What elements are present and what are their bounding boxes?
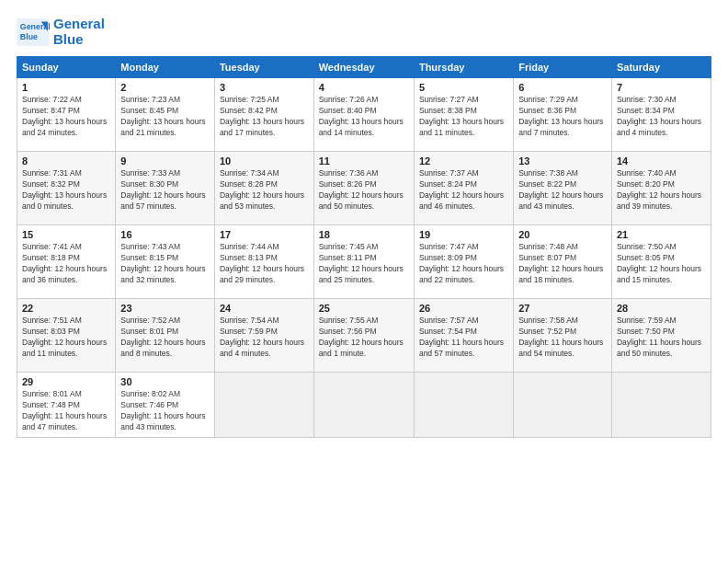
- calendar-cell: 28 Sunrise: 7:59 AMSunset: 7:50 PMDaylig…: [611, 299, 711, 373]
- day-info: Sunrise: 7:47 AMSunset: 8:09 PMDaylight:…: [419, 242, 508, 286]
- day-number: 23: [120, 303, 210, 314]
- day-info: Sunrise: 7:25 AMSunset: 8:42 PMDaylight:…: [220, 95, 309, 139]
- calendar-cell: 24 Sunrise: 7:54 AMSunset: 7:59 PMDaylig…: [214, 299, 313, 373]
- day-number: 16: [120, 229, 210, 240]
- header-sunday: Sunday: [17, 57, 116, 78]
- calendar-cell: 22 Sunrise: 7:51 AMSunset: 8:03 PMDaylig…: [17, 299, 116, 373]
- day-info: Sunrise: 7:34 AMSunset: 8:28 PMDaylight:…: [220, 168, 309, 213]
- day-info: Sunrise: 7:44 AMSunset: 8:13 PMDaylight:…: [220, 242, 309, 286]
- day-info: Sunrise: 8:02 AMSunset: 7:46 PMDaylight:…: [120, 389, 210, 433]
- day-info: Sunrise: 7:55 AMSunset: 7:56 PMDaylight:…: [319, 316, 409, 360]
- calendar-cell: 2 Sunrise: 7:23 AMSunset: 8:45 PMDayligh…: [116, 78, 215, 152]
- day-info: Sunrise: 7:50 AMSunset: 8:05 PMDaylight:…: [617, 242, 706, 286]
- day-number: 21: [617, 229, 706, 240]
- calendar-cell: 26 Sunrise: 7:57 AMSunset: 7:54 PMDaylig…: [414, 299, 513, 373]
- day-number: 15: [22, 229, 110, 240]
- page: General Blue GeneralBlue Sunday Monday T…: [0, 0, 728, 563]
- day-info: Sunrise: 7:33 AMSunset: 8:30 PMDaylight:…: [120, 168, 210, 213]
- svg-text:Blue: Blue: [20, 31, 38, 40]
- calendar-cell: 23 Sunrise: 7:52 AMSunset: 8:01 PMDaylig…: [116, 299, 215, 373]
- calendar-cell: 29 Sunrise: 8:01 AMSunset: 7:48 PMDaylig…: [17, 373, 116, 438]
- day-number: 8: [22, 155, 110, 167]
- day-number: 17: [220, 229, 309, 240]
- day-info: Sunrise: 7:58 AMSunset: 7:52 PMDaylight:…: [518, 316, 607, 360]
- day-info: Sunrise: 7:30 AMSunset: 8:34 PMDaylight:…: [617, 95, 706, 139]
- day-info: Sunrise: 7:54 AMSunset: 7:59 PMDaylight:…: [220, 316, 309, 360]
- calendar-cell: 18 Sunrise: 7:45 AMSunset: 8:11 PMDaylig…: [313, 225, 414, 299]
- calendar-cell: 17 Sunrise: 7:44 AMSunset: 8:13 PMDaylig…: [214, 225, 313, 299]
- day-info: Sunrise: 7:41 AMSunset: 8:18 PMDaylight:…: [22, 242, 110, 286]
- day-number: 6: [518, 82, 607, 93]
- day-info: Sunrise: 7:31 AMSunset: 8:32 PMDaylight:…: [22, 168, 110, 213]
- day-info: Sunrise: 7:26 AMSunset: 8:40 PMDaylight:…: [319, 95, 409, 139]
- day-info: Sunrise: 7:57 AMSunset: 7:54 PMDaylight:…: [419, 316, 508, 360]
- calendar-cell: [214, 373, 313, 438]
- day-info: Sunrise: 7:45 AMSunset: 8:11 PMDaylight:…: [319, 242, 409, 286]
- day-info: Sunrise: 7:40 AMSunset: 8:20 PMDaylight:…: [617, 168, 706, 213]
- day-number: 14: [617, 155, 706, 167]
- day-info: Sunrise: 8:01 AMSunset: 7:48 PMDaylight:…: [22, 389, 110, 433]
- day-number: 3: [220, 82, 309, 93]
- day-info: Sunrise: 7:52 AMSunset: 8:01 PMDaylight:…: [120, 316, 210, 360]
- calendar-cell: [313, 373, 414, 438]
- day-number: 2: [120, 82, 210, 93]
- calendar-cell: [611, 373, 711, 438]
- header-monday: Monday: [116, 57, 215, 78]
- day-number: 13: [518, 155, 607, 167]
- day-number: 18: [319, 229, 409, 240]
- logo-icon: General Blue: [17, 18, 50, 46]
- calendar-cell: 21 Sunrise: 7:50 AMSunset: 8:05 PMDaylig…: [611, 225, 711, 299]
- day-number: 5: [419, 82, 508, 93]
- weekday-header-row: Sunday Monday Tuesday Wednesday Thursday…: [17, 57, 711, 78]
- day-info: Sunrise: 7:27 AMSunset: 8:38 PMDaylight:…: [419, 95, 508, 139]
- day-number: 1: [22, 82, 110, 93]
- day-number: 19: [419, 229, 508, 240]
- calendar-cell: 3 Sunrise: 7:25 AMSunset: 8:42 PMDayligh…: [214, 78, 313, 152]
- day-number: 22: [22, 303, 110, 314]
- day-number: 26: [419, 303, 508, 314]
- day-number: 28: [617, 303, 706, 314]
- header-friday: Friday: [514, 57, 612, 78]
- calendar-cell: 14 Sunrise: 7:40 AMSunset: 8:20 PMDaylig…: [611, 152, 711, 225]
- day-info: Sunrise: 7:43 AMSunset: 8:15 PMDaylight:…: [120, 242, 210, 286]
- calendar-cell: 27 Sunrise: 7:58 AMSunset: 7:52 PMDaylig…: [514, 299, 612, 373]
- day-info: Sunrise: 7:23 AMSunset: 8:45 PMDaylight:…: [120, 95, 210, 139]
- day-info: Sunrise: 7:51 AMSunset: 8:03 PMDaylight:…: [22, 316, 110, 360]
- logo: General Blue GeneralBlue: [17, 17, 105, 47]
- header-wednesday: Wednesday: [313, 57, 414, 78]
- day-info: Sunrise: 7:38 AMSunset: 8:22 PMDaylight:…: [518, 168, 607, 213]
- calendar-cell: 20 Sunrise: 7:48 AMSunset: 8:07 PMDaylig…: [514, 225, 612, 299]
- day-number: 27: [518, 303, 607, 314]
- header-thursday: Thursday: [414, 57, 513, 78]
- day-info: Sunrise: 7:29 AMSunset: 8:36 PMDaylight:…: [518, 95, 607, 139]
- calendar-cell: 4 Sunrise: 7:26 AMSunset: 8:40 PMDayligh…: [313, 78, 414, 152]
- day-info: Sunrise: 7:37 AMSunset: 8:24 PMDaylight:…: [419, 168, 508, 213]
- calendar-cell: 12 Sunrise: 7:37 AMSunset: 8:24 PMDaylig…: [414, 152, 513, 225]
- calendar-table: Sunday Monday Tuesday Wednesday Thursday…: [17, 56, 711, 438]
- calendar-cell: 15 Sunrise: 7:41 AMSunset: 8:18 PMDaylig…: [17, 225, 116, 299]
- day-number: 7: [617, 82, 706, 93]
- day-info: Sunrise: 7:59 AMSunset: 7:50 PMDaylight:…: [617, 316, 706, 360]
- day-number: 29: [22, 376, 110, 387]
- day-number: 30: [120, 376, 210, 387]
- calendar-cell: [414, 373, 513, 438]
- calendar-cell: 25 Sunrise: 7:55 AMSunset: 7:56 PMDaylig…: [313, 299, 414, 373]
- day-number: 11: [319, 155, 409, 167]
- calendar-cell: 1 Sunrise: 7:22 AMSunset: 8:47 PMDayligh…: [17, 78, 116, 152]
- day-number: 20: [518, 229, 607, 240]
- day-number: 9: [120, 155, 210, 167]
- calendar-cell: 11 Sunrise: 7:36 AMSunset: 8:26 PMDaylig…: [313, 152, 414, 225]
- header-saturday: Saturday: [611, 57, 711, 78]
- calendar-cell: 6 Sunrise: 7:29 AMSunset: 8:36 PMDayligh…: [514, 78, 612, 152]
- calendar-cell: 9 Sunrise: 7:33 AMSunset: 8:30 PMDayligh…: [116, 152, 215, 225]
- calendar-cell: 16 Sunrise: 7:43 AMSunset: 8:15 PMDaylig…: [116, 225, 215, 299]
- header-tuesday: Tuesday: [214, 57, 313, 78]
- day-number: 4: [319, 82, 409, 93]
- day-info: Sunrise: 7:36 AMSunset: 8:26 PMDaylight:…: [319, 168, 409, 213]
- calendar-cell: 10 Sunrise: 7:34 AMSunset: 8:28 PMDaylig…: [214, 152, 313, 225]
- day-info: Sunrise: 7:22 AMSunset: 8:47 PMDaylight:…: [22, 95, 110, 139]
- calendar-cell: 7 Sunrise: 7:30 AMSunset: 8:34 PMDayligh…: [611, 78, 711, 152]
- calendar-cell: 8 Sunrise: 7:31 AMSunset: 8:32 PMDayligh…: [17, 152, 116, 225]
- calendar-cell: 5 Sunrise: 7:27 AMSunset: 8:38 PMDayligh…: [414, 78, 513, 152]
- header: General Blue GeneralBlue: [17, 17, 711, 47]
